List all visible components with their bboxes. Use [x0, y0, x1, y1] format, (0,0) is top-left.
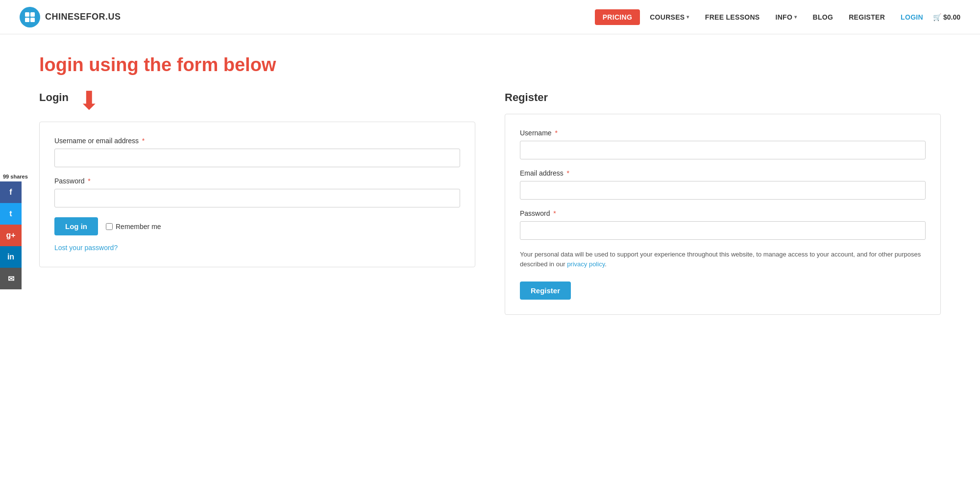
login-form-actions: Log in Remember me: [54, 217, 460, 235]
username-field-group: Username or email address *: [54, 137, 460, 167]
twitter-share-button[interactable]: t: [0, 203, 22, 225]
logo-text: CHINESEFOR.US: [45, 12, 121, 22]
linkedin-icon: in: [7, 253, 14, 261]
page-title-area: login using the form below: [39, 54, 941, 77]
reg-username-input[interactable]: [520, 141, 926, 159]
email-icon: ✉: [8, 274, 14, 283]
pricing-nav-item[interactable]: PRICING: [595, 9, 640, 25]
svg-rect-3: [30, 18, 35, 22]
linkedin-share-button[interactable]: in: [0, 246, 22, 268]
logo-icon: [20, 7, 40, 27]
username-email-label: Username or email address *: [54, 137, 460, 145]
login-form-box: Username or email address * Password *: [39, 122, 475, 267]
reg-username-label: Username *: [520, 129, 926, 137]
courses-nav-item[interactable]: COURSES ▾: [644, 10, 695, 24]
forms-container: Login ⬇ Username or email address * Pass…: [39, 91, 941, 315]
reg-password-field-group: Password *: [520, 209, 926, 240]
reg-username-field-group: Username *: [520, 129, 926, 159]
required-star-username: *: [142, 137, 145, 145]
register-form-box: Username * Email address *: [505, 114, 941, 315]
register-nav-item[interactable]: REGISTER: [843, 10, 891, 24]
reg-email-label: Email address *: [520, 169, 926, 177]
courses-chevron-icon: ▾: [686, 14, 689, 20]
privacy-policy-link[interactable]: privacy policy: [567, 260, 605, 268]
reg-password-label: Password *: [520, 209, 926, 217]
reg-email-input[interactable]: [520, 181, 926, 200]
register-section-title: Register: [505, 91, 941, 104]
required-star-password: *: [88, 177, 90, 185]
password-field-group: Password *: [54, 177, 460, 207]
twitter-icon: t: [9, 209, 12, 218]
login-section-title: Login: [39, 91, 69, 104]
page-title: login using the form below: [39, 54, 941, 77]
remember-me-label[interactable]: Remember me: [106, 223, 161, 230]
cart-nav-item[interactable]: 🛒 $0.00: [933, 13, 960, 21]
down-arrow-icon: ⬇: [78, 89, 100, 112]
email-share-button[interactable]: ✉: [0, 268, 22, 289]
blog-nav-item[interactable]: BLOG: [807, 10, 839, 24]
remember-me-checkbox[interactable]: [106, 223, 113, 230]
info-chevron-icon: ▾: [794, 14, 797, 20]
login-form: Username or email address * Password *: [54, 137, 460, 252]
required-star-reg-password: *: [553, 209, 556, 217]
username-email-input[interactable]: [54, 149, 460, 167]
logo-link[interactable]: CHINESEFOR.US: [20, 7, 121, 27]
password-input[interactable]: [54, 189, 460, 207]
googleplus-icon: g+: [6, 231, 15, 240]
login-button[interactable]: Log in: [54, 217, 98, 235]
reg-password-input[interactable]: [520, 221, 926, 240]
login-heading-area: Login ⬇: [39, 91, 475, 112]
privacy-text: Your personal data will be used to suppo…: [520, 250, 926, 270]
free-lessons-nav-item[interactable]: FREE LESSONS: [699, 10, 766, 24]
login-section: Login ⬇ Username or email address * Pass…: [39, 91, 475, 315]
required-star-reg-email: *: [567, 169, 569, 177]
facebook-share-button[interactable]: f: [0, 181, 22, 203]
main-content: login using the form below Login ⬇ Usern…: [0, 34, 980, 344]
register-form: Username * Email address *: [520, 129, 926, 300]
svg-rect-1: [30, 12, 35, 17]
password-label: Password *: [54, 177, 460, 185]
svg-rect-2: [25, 18, 29, 22]
register-button[interactable]: Register: [520, 281, 571, 300]
main-nav: PRICING COURSES ▾ FREE LESSONS INFO ▾ BL…: [595, 9, 960, 25]
site-header: CHINESEFOR.US PRICING COURSES ▾ FREE LES…: [0, 0, 980, 34]
shares-count: 99 shares: [0, 172, 31, 181]
register-section: Register Username * Email address *: [505, 91, 941, 315]
svg-rect-0: [25, 12, 29, 17]
info-nav-item[interactable]: INFO ▾: [770, 10, 803, 24]
required-star-reg-username: *: [555, 129, 557, 137]
facebook-icon: f: [9, 188, 12, 197]
login-nav-item[interactable]: LOGIN: [895, 10, 929, 24]
cart-icon: 🛒: [933, 13, 941, 21]
reg-email-field-group: Email address *: [520, 169, 926, 200]
lost-password-link[interactable]: Lost your password?: [54, 244, 118, 252]
social-sidebar: 99 shares f t g+ in ✉: [0, 172, 31, 289]
googleplus-share-button[interactable]: g+: [0, 225, 22, 246]
